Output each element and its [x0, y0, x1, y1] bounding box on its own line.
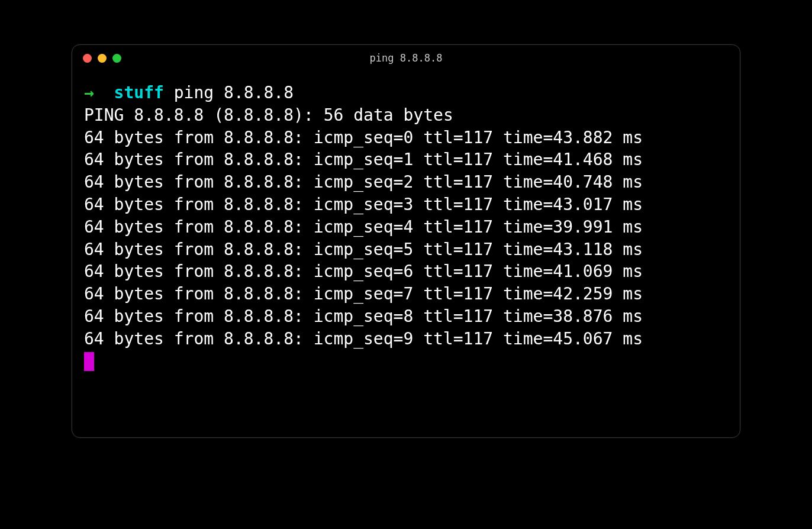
ping-reply-line: 64 bytes from 8.8.8.8: icmp_seq=5 ttl=11… [84, 238, 728, 261]
minimize-icon[interactable] [98, 54, 107, 63]
ping-reply-line: 64 bytes from 8.8.8.8: icmp_seq=6 ttl=11… [84, 260, 728, 283]
window-title: ping 8.8.8.8 [72, 52, 740, 64]
prompt-arrow-icon: → [84, 83, 94, 102]
ping-reply-line: 64 bytes from 8.8.8.8: icmp_seq=4 ttl=11… [84, 216, 728, 238]
ping-reply-line: 64 bytes from 8.8.8.8: icmp_seq=8 ttl=11… [84, 305, 728, 328]
ping-reply-line: 64 bytes from 8.8.8.8: icmp_seq=2 ttl=11… [84, 171, 728, 193]
ping-reply-line: 64 bytes from 8.8.8.8: icmp_seq=7 ttl=11… [84, 283, 728, 305]
ping-reply-line: 64 bytes from 8.8.8.8: icmp_seq=9 ttl=11… [84, 328, 728, 350]
ping-reply-line: 64 bytes from 8.8.8.8: icmp_seq=0 ttl=11… [84, 127, 728, 149]
prompt-line: → stuff ping 8.8.8.8 [84, 82, 728, 104]
close-icon[interactable] [83, 54, 92, 63]
terminal-output[interactable]: → stuff ping 8.8.8.8 PING 8.8.8.8 (8.8.8… [72, 71, 740, 437]
traffic-lights [83, 54, 121, 63]
cursor-line [84, 350, 728, 373]
prompt-command: ping 8.8.8.8 [174, 83, 294, 102]
ping-reply-line: 64 bytes from 8.8.8.8: icmp_seq=3 ttl=11… [84, 193, 728, 216]
window-titlebar[interactable]: ping 8.8.8.8 [72, 45, 740, 71]
prompt-directory: stuff [114, 83, 164, 102]
ping-header: PING 8.8.8.8 (8.8.8.8): 56 data bytes [84, 104, 728, 127]
terminal-window[interactable]: ping 8.8.8.8 → stuff ping 8.8.8.8 PING 8… [72, 44, 740, 438]
ping-replies: 64 bytes from 8.8.8.8: icmp_seq=0 ttl=11… [84, 127, 728, 350]
maximize-icon[interactable] [112, 54, 121, 63]
cursor-icon [84, 352, 94, 371]
ping-reply-line: 64 bytes from 8.8.8.8: icmp_seq=1 ttl=11… [84, 149, 728, 171]
